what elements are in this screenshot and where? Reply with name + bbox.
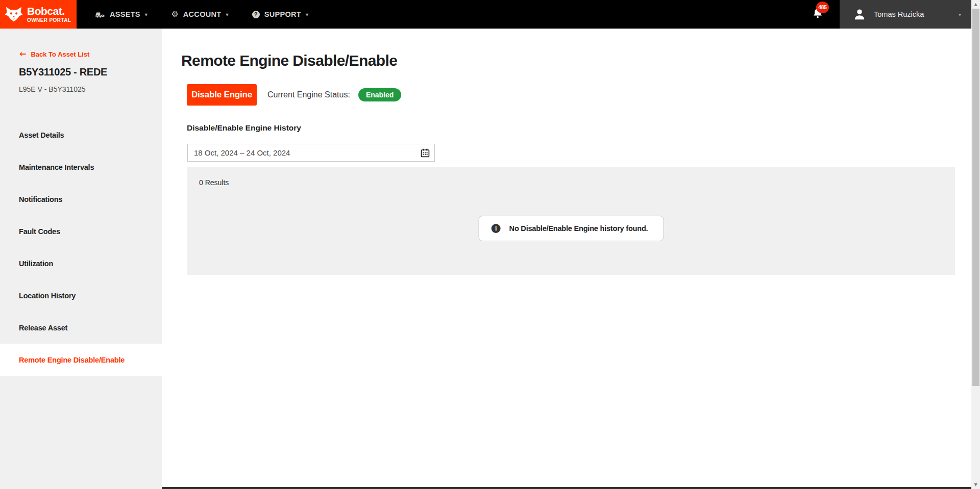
menu-support[interactable]: ? SUPPORT ▾	[240, 0, 321, 29]
loader-icon	[94, 11, 105, 18]
gear-icon: ⚙	[171, 10, 179, 18]
help-icon: ?	[252, 11, 260, 18]
scrollbar-thumb[interactable]	[972, 9, 979, 386]
menu-account-label: ACCOUNT	[183, 10, 222, 18]
chevron-down-icon: ▾	[959, 12, 961, 17]
bobcat-head-icon	[4, 6, 23, 23]
date-range-input[interactable]	[188, 144, 434, 161]
empty-history-message: No Disable/Enable Engine history found.	[509, 224, 648, 233]
asset-subtitle: L95E V - B5Y311025	[19, 85, 86, 93]
sidebar-item-asset-details[interactable]: Asset Details	[0, 119, 162, 151]
brand-tagline: OWNER PORTAL	[27, 18, 71, 23]
info-icon: i	[492, 224, 501, 233]
chevron-down-icon: ▾	[226, 12, 228, 17]
main-menu: ASSETS ▾ ⚙ ACCOUNT ▾ ? SUPPORT ▾	[83, 0, 320, 29]
engine-status-badge: Enabled	[358, 88, 401, 101]
history-results-panel: 0 Results i No Disable/Enable Engine his…	[187, 167, 955, 275]
user-avatar-icon	[853, 8, 866, 21]
sidebar-item-maintenance-intervals[interactable]: Maintenance Intervals	[0, 151, 162, 183]
back-link-label: Back To Asset List	[31, 50, 89, 58]
bobcat-logo[interactable]: Bobcat. OWNER PORTAL	[0, 0, 77, 29]
notification-count-badge: 485	[816, 2, 829, 13]
date-range-field	[187, 144, 435, 162]
engine-controls-row: Disable Engine Current Engine Status: En…	[187, 84, 401, 106]
menu-assets-label: ASSETS	[110, 10, 140, 18]
sidebar-item-notifications[interactable]: Notifications	[0, 183, 162, 215]
bobcat-owner-portal: Bobcat. OWNER PORTAL ASSETS ▾ ⚙	[0, 0, 980, 489]
asset-sidebar: ← Back To Asset List B5Y311025 - REDE L9…	[0, 29, 162, 489]
footer-edge	[162, 487, 971, 489]
scrollbar-up-arrow[interactable]: ▲	[971, 0, 980, 9]
sidebar-item-utilization[interactable]: Utilization	[0, 247, 162, 279]
chevron-down-icon: ▾	[306, 12, 308, 17]
results-count: 0 Results	[199, 178, 229, 187]
chevron-down-icon: ▾	[145, 12, 148, 17]
top-navigation: Bobcat. OWNER PORTAL ASSETS ▾ ⚙	[0, 0, 971, 29]
menu-support-label: SUPPORT	[264, 10, 301, 18]
user-menu[interactable]: Tomas Ruzicka ▾	[840, 0, 971, 29]
notifications-bell-button[interactable]: 485	[810, 0, 827, 29]
history-heading: Disable/Enable Engine History	[187, 123, 301, 133]
sidebar-item-remote-engine-disable-enable[interactable]: Remote Engine Disable/Enable	[0, 344, 162, 376]
brand-name: Bobcat.	[27, 6, 71, 16]
sidebar-item-release-asset[interactable]: Release Asset	[0, 312, 162, 344]
scrollbar-down-arrow[interactable]: ▼	[971, 480, 980, 489]
engine-status-label: Current Engine Status:	[267, 90, 350, 99]
back-arrow-icon: ←	[19, 50, 26, 58]
user-name: Tomas Ruzicka	[874, 10, 924, 18]
sidebar-item-location-history[interactable]: Location History	[0, 279, 162, 312]
menu-assets[interactable]: ASSETS ▾	[83, 0, 159, 29]
calendar-icon[interactable]	[421, 148, 430, 158]
empty-history-message-box: i No Disable/Enable Engine history found…	[479, 216, 664, 241]
back-to-asset-list-link[interactable]: ← Back To Asset List	[19, 50, 89, 58]
main-content: Remote Engine Disable/Enable Disable Eng…	[162, 29, 971, 489]
page-title: Remote Engine Disable/Enable	[181, 52, 397, 69]
asset-title: B5Y311025 - REDE	[19, 66, 107, 78]
vertical-scrollbar[interactable]: ▲ ▼	[971, 0, 980, 489]
menu-account[interactable]: ⚙ ACCOUNT ▾	[159, 0, 240, 29]
disable-engine-button[interactable]: Disable Engine	[187, 84, 257, 106]
sidebar-item-fault-codes[interactable]: Fault Codes	[0, 215, 162, 247]
asset-nav-list: Asset Details Maintenance Intervals Noti…	[0, 119, 162, 376]
nav-right-section: 485 Tomas Ruzicka ▾	[810, 0, 971, 29]
